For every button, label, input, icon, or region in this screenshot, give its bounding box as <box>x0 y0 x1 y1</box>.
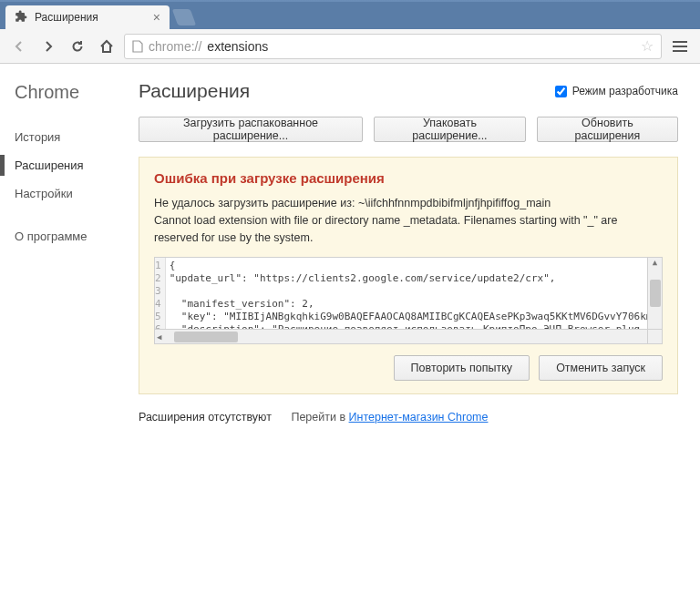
developer-mode-toggle[interactable]: Режим разработчика <box>555 85 678 97</box>
update-extensions-button[interactable]: Обновить расширения <box>537 117 678 142</box>
tab-close-icon[interactable]: × <box>153 10 160 25</box>
profile-button[interactable] <box>589 6 612 23</box>
sidebar-item-extensions[interactable]: Расширения <box>15 151 129 179</box>
horizontal-scrollbar[interactable]: ◀ <box>155 329 647 343</box>
page-icon <box>132 40 143 53</box>
svg-rect-5 <box>673 41 687 43</box>
toolbar: chrome://extensions ☆ <box>0 29 700 64</box>
webstore-link[interactable]: Интернет-магазин Chrome <box>349 411 489 424</box>
main-menu-button[interactable] <box>667 34 693 59</box>
developer-mode-checkbox[interactable] <box>555 86 567 97</box>
developer-mode-label: Режим разработчика <box>572 85 678 97</box>
error-panel: Ошибка при загрузке расширения Не удалос… <box>139 157 678 394</box>
home-button[interactable] <box>95 35 118 58</box>
page-title: Расширения <box>139 80 250 102</box>
cancel-launch-button[interactable]: Отменить запуск <box>539 355 663 381</box>
sidebar-item-settings[interactable]: Настройки <box>15 179 129 208</box>
svg-rect-7 <box>673 50 687 52</box>
sidebar-item-about[interactable]: О программе <box>15 222 129 250</box>
forward-button[interactable] <box>36 35 60 58</box>
omnibox[interactable]: chrome://extensions ☆ <box>124 34 662 59</box>
svg-rect-6 <box>673 46 687 47</box>
content: Расширения Режим разработчика Загрузить … <box>129 64 700 592</box>
url-scheme: chrome:// <box>149 39 201 54</box>
bookmark-star-icon[interactable]: ☆ <box>641 37 654 55</box>
svg-point-0 <box>599 11 603 15</box>
extension-icon <box>15 10 27 26</box>
brand-title: Chrome <box>15 82 129 103</box>
reload-button[interactable] <box>66 35 89 58</box>
load-unpacked-button[interactable]: Загрузить распакованное расширение... <box>139 117 363 142</box>
svg-rect-2 <box>652 11 659 18</box>
window-close-button[interactable] <box>671 6 695 23</box>
window-maximize-button[interactable] <box>643 6 667 23</box>
vertical-scrollbar[interactable]: ▲ <box>647 258 662 329</box>
retry-button[interactable]: Повторить попытку <box>394 355 530 381</box>
no-extensions-line: Расширения отсутствуют Перейти в Интерне… <box>139 411 678 424</box>
error-message: Не удалось загрузить расширение из: ~\ii… <box>154 195 663 246</box>
url-path: extensions <box>207 39 268 54</box>
dev-actions-row: Загрузить распакованное расширение... Уп… <box>139 117 678 142</box>
manifest-preview: 1 2 3 4 5 6 { "update_url": "https://cli… <box>154 257 663 344</box>
error-title: Ошибка при загрузке расширения <box>154 170 663 186</box>
pack-extension-button[interactable]: Упаковать расширение... <box>374 117 526 142</box>
code-content: { "update_url": "https://clients2.google… <box>166 258 647 329</box>
sidebar: Chrome История Расширения Настройки О пр… <box>0 64 129 592</box>
sidebar-item-history[interactable]: История <box>15 123 129 151</box>
window-minimize-button[interactable] <box>616 6 640 23</box>
back-button[interactable] <box>7 35 31 58</box>
page-body: Chrome История Расширения Настройки О пр… <box>0 64 700 592</box>
tab-active[interactable]: Расширения × <box>5 5 170 29</box>
tab-title: Расширения <box>35 11 98 24</box>
code-gutter: 1 2 3 4 5 6 <box>155 258 166 329</box>
